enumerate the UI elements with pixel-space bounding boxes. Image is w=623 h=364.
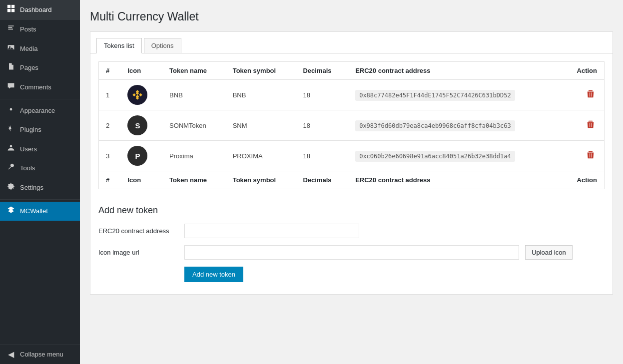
sidebar-label-comments: Comments	[20, 83, 51, 92]
table-footer-row: # Icon Token name Token symbol Decimals …	[99, 171, 605, 189]
token-icon	[127, 85, 147, 105]
comments-icon	[6, 82, 16, 93]
sidebar-item-appearance[interactable]: Appearance	[0, 101, 80, 120]
cell-contract: 0x983f6d60db79ea8ca4eb9968c6aff8cfa04b3c…	[348, 110, 562, 141]
add-token-section: Add new token ERC20 contract address Ico…	[90, 197, 613, 294]
sidebar-item-plugins[interactable]: Plugins	[0, 120, 80, 139]
content-area: Multi Currency Wallet Tokens list Option…	[80, 0, 623, 364]
sidebar-item-pages[interactable]: Pages	[0, 58, 80, 77]
cell-token-symbol: SNM	[226, 110, 296, 141]
sidebar-item-media[interactable]: Media	[0, 39, 80, 58]
add-token-title: Add new token	[98, 205, 605, 216]
erc20-label: ERC20 contract address	[98, 227, 178, 235]
media-icon	[6, 43, 16, 54]
col-footer-icon: Icon	[120, 171, 162, 189]
dashboard-icon	[6, 4, 16, 16]
cell-icon: P	[120, 141, 162, 171]
sidebar-label-collapse: Collapse menu	[20, 350, 63, 359]
cell-token-name: Proxima	[162, 141, 226, 171]
main-card: Tokens list Options # Icon Token name To…	[90, 31, 613, 295]
token-rows: 1 BNB BNB 18 0x88c77482e45F1F44dE1745F52…	[99, 80, 605, 171]
tokens-table: # Icon Token name Token symbol Decimals …	[98, 61, 605, 189]
collapse-icon: ◀	[6, 349, 16, 360]
cell-token-symbol: BNB	[226, 80, 296, 110]
table-row: 1 BNB BNB 18 0x88c77482e45F1F44dE1745F52…	[99, 80, 605, 110]
tab-options[interactable]: Options	[144, 38, 181, 53]
sidebar-item-posts[interactable]: Posts	[0, 20, 80, 39]
col-footer-name: Token name	[162, 171, 226, 189]
sidebar-label-media: Media	[20, 44, 37, 53]
sidebar-label-appearance: Appearance	[20, 106, 55, 115]
upload-icon-button[interactable]: Upload icon	[525, 245, 573, 260]
icon-url-input[interactable]	[184, 245, 519, 260]
add-token-button[interactable]: Add new token	[184, 267, 243, 282]
svg-marker-11	[139, 93, 143, 97]
erc20-row: ERC20 contract address	[98, 224, 605, 238]
cell-action	[562, 110, 605, 141]
sidebar-item-tools[interactable]: Tools	[0, 159, 80, 178]
erc20-input[interactable]	[184, 224, 359, 238]
tab-bar: Tokens list Options	[90, 32, 613, 53]
users-icon	[6, 144, 16, 155]
svg-point-7	[10, 145, 12, 147]
delete-token-button[interactable]	[584, 148, 597, 163]
mcwallet-icon	[6, 206, 16, 217]
sidebar-item-mcwallet[interactable]: MCWallet	[0, 202, 80, 221]
sidebar-label-pages: Pages	[20, 63, 38, 72]
settings-icon	[6, 182, 16, 193]
table-row: 3 P Proxima PROXIMA 18 0xc060b26e60698e9…	[99, 141, 605, 171]
svg-rect-2	[7, 9, 10, 12]
sidebar-item-collapse[interactable]: ◀ Collapse menu	[0, 345, 80, 364]
col-header-decimals: Decimals	[296, 62, 348, 80]
page-title: Multi Currency Wallet	[90, 10, 613, 23]
sidebar-item-users[interactable]: Users	[0, 140, 80, 159]
token-icon: P	[127, 146, 147, 166]
cell-action	[562, 80, 605, 110]
col-header-action: Action	[562, 62, 605, 80]
table-row: 2 S SONMToken SNM 18 0x983f6d60db79ea8ca…	[99, 110, 605, 141]
tools-icon	[6, 163, 16, 174]
col-footer-decimals: Decimals	[296, 171, 348, 189]
cell-num: 2	[99, 110, 121, 141]
cell-num: 3	[99, 141, 121, 171]
cell-icon: S	[120, 110, 162, 141]
svg-point-5	[9, 46, 10, 47]
table-header-row: # Icon Token name Token symbol Decimals …	[99, 62, 605, 80]
sidebar-label-posts: Posts	[20, 25, 36, 34]
tab-tokens-list[interactable]: Tokens list	[96, 38, 142, 53]
sidebar-label-dashboard: Dashboard	[20, 5, 52, 14]
cell-token-name: SONMToken	[162, 110, 226, 141]
col-footer-num: #	[99, 171, 121, 189]
appearance-icon	[6, 105, 16, 116]
sidebar-label-settings: Settings	[20, 183, 43, 192]
cell-num: 1	[99, 80, 121, 110]
main-content: Multi Currency Wallet Tokens list Option…	[80, 0, 623, 364]
col-header-contract: ERC20 contract address	[348, 62, 562, 80]
pages-icon	[6, 62, 16, 73]
sidebar-divider-2	[0, 199, 80, 200]
posts-icon	[6, 24, 16, 35]
icon-url-label: Icon image url	[98, 249, 178, 256]
delete-token-button[interactable]	[584, 87, 597, 102]
icon-url-row: Icon image url Upload icon	[98, 245, 605, 260]
delete-token-button[interactable]	[584, 118, 597, 133]
token-icon: S	[127, 115, 147, 135]
cell-decimals: 18	[296, 141, 348, 171]
sidebar-divider	[0, 99, 80, 99]
cell-decimals: 18	[296, 110, 348, 141]
sidebar-item-settings[interactable]: Settings	[0, 178, 80, 197]
cell-token-name: BNB	[162, 80, 226, 110]
col-header-symbol: Token symbol	[226, 62, 296, 80]
sidebar-item-comments[interactable]: Comments	[0, 78, 80, 97]
sidebar-label-tools: Tools	[20, 164, 35, 173]
sidebar-label-users: Users	[20, 145, 37, 154]
svg-point-6	[10, 108, 12, 111]
svg-rect-0	[7, 5, 10, 8]
sidebar-item-dashboard[interactable]: Dashboard	[0, 0, 80, 20]
cell-action	[562, 141, 605, 171]
col-footer-symbol: Token symbol	[226, 171, 296, 189]
sidebar-label-plugins: Plugins	[20, 125, 41, 134]
tokens-table-container: # Icon Token name Token symbol Decimals …	[90, 53, 613, 197]
col-header-num: #	[99, 62, 121, 80]
cell-contract: 0xc060b26e60698e91a6acc84051a26b32e38dd1…	[348, 141, 562, 171]
